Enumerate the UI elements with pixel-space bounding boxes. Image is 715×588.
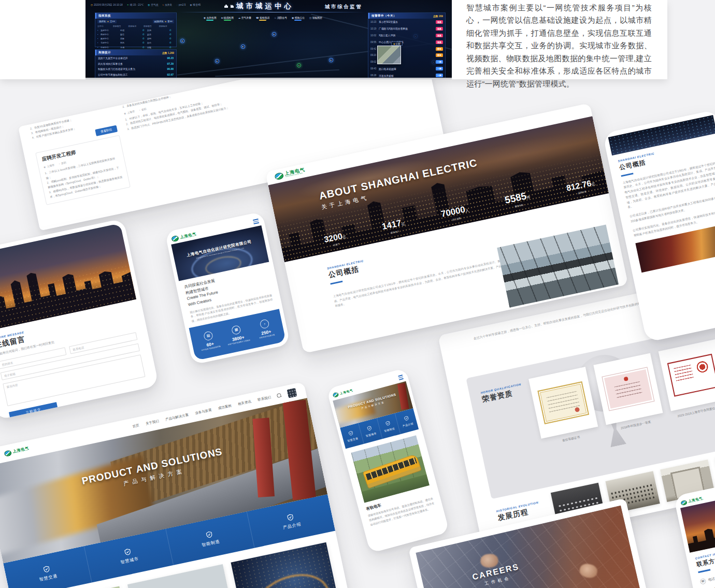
alarm-row[interactable]: 08:43 路口电表箱故障 一般	[368, 65, 445, 72]
camera-map-marker[interactable]: ▶	[241, 45, 245, 49]
legend-item[interactable]: ☎ 有线电话	[256, 16, 269, 21]
submit-button[interactable]: 立即提交	[9, 402, 58, 420]
legend-item[interactable]: ◈ 烟感检测	[221, 16, 234, 21]
opinion-row[interactable]: 党的十九届五中全会将召开 98.23	[95, 55, 176, 61]
legend-icon: ▣	[292, 17, 294, 19]
alarm-level-badge: 紧急	[436, 20, 443, 24]
alarm-time: 10:23	[370, 21, 377, 23]
nav-item[interactable]: 产品与解决方案	[165, 412, 189, 422]
role-name: 王××	[110, 20, 115, 23]
status-segment: ◌ pm2.5	[176, 3, 185, 6]
nav-item[interactable]: 业务与发展	[195, 408, 212, 416]
opinion-row[interactable]: 公司中秋节发放福利给员工 92.67	[95, 72, 176, 78]
accent-underline	[698, 569, 710, 572]
legend-item[interactable]: ▣ 视频点位	[292, 16, 305, 21]
job-card-electrical[interactable]: 2、具备良好的沟通能力和团队合作精神； ◉ 上海市 ◔ 全职 1、40岁以下，本…	[122, 81, 239, 132]
alarm-row[interactable]: 10:23 某小区502室漏水 紧急	[368, 19, 445, 25]
category-label: 产品介绍	[402, 422, 413, 427]
alarm-row[interactable]: 10:19 广场路与X路出现交通事故 紧急	[368, 25, 445, 32]
alarm-time: 10:02	[370, 34, 377, 37]
camera-map-marker[interactable]: ▶	[272, 32, 276, 36]
phone-icon[interactable]: ✆	[167, 46, 174, 49]
job-type: 全职	[141, 107, 147, 111]
walkway-photo	[497, 225, 619, 308]
camera-map-marker[interactable]: ▶	[215, 59, 219, 63]
duty-lead: 张明	[120, 29, 140, 32]
legend-icon: ◉	[204, 17, 206, 19]
nav-item[interactable]: 联系我们	[257, 395, 271, 402]
duty-lead: 吴刚	[147, 37, 167, 40]
command-table-row: ▪ 东部中心 张明 ✆ 刘伟 ✆	[97, 28, 174, 32]
certificate-card[interactable]: 资信等级证书	[528, 367, 600, 447]
apps-grid-button[interactable]	[287, 388, 297, 398]
category-label: 产品介绍	[282, 521, 302, 530]
duty-lead: 赵丹	[147, 33, 167, 36]
alarm-row[interactable]: 08:28 河道水质超标 一般	[368, 72, 445, 79]
nav-item[interactable]: 关于我们	[145, 419, 159, 426]
panel-title: 指挥系统	[98, 14, 111, 18]
phone-icon[interactable]: ✆	[167, 41, 174, 44]
status-icon: ☀	[127, 4, 129, 6]
park-map-marker[interactable]: ●	[297, 63, 301, 67]
alarm-level-badge: 一般	[436, 60, 443, 64]
legend-item[interactable]: ◉ 水质检测	[204, 16, 217, 21]
command-table-row: ▪ 北部中心 郑凯 ✆ 孙莉 ✆	[97, 41, 174, 45]
legend-label: 烟感检测	[224, 16, 234, 19]
phone-icon[interactable]: ✆	[140, 29, 147, 32]
stat-unit: 亿	[401, 222, 405, 226]
alarm-time: 09:20	[370, 54, 377, 56]
legend-icon: ◈	[221, 17, 223, 19]
command-table-row: ▪ 南部中心 周琳 ✆ 吴刚 ✆	[97, 37, 174, 41]
status-icon: ◉	[190, 4, 192, 6]
total-label: 总数	[162, 52, 167, 54]
map-photo-popup[interactable]	[377, 46, 401, 64]
category-icon	[367, 425, 373, 431]
accent-underline	[621, 173, 633, 176]
phone-icon[interactable]: ✆	[140, 41, 147, 44]
smart-city-dashboard: ◷ 2020年09月29日 16:10:18 ☀ 晴 15 - 21℃ ◍ 空气…	[85, 0, 452, 79]
phone-about-mockup: 上海电气 SHANGHAI ELECTRIC 上海电气自动化设计研究院有限公司 …	[165, 211, 290, 365]
legend-label: 水质检测	[206, 16, 216, 19]
opinion-row[interactable]: 制服街头持刀行凶者获评见义勇为 96.88	[95, 66, 176, 72]
alarm-level-badge: 紧急	[436, 34, 443, 37]
legend-item[interactable]: ♨ 消防信号	[274, 16, 287, 21]
job-type: 全职	[61, 161, 66, 165]
opinion-text: 党的十九届五中全会将召开	[98, 56, 128, 60]
search-icon[interactable]	[277, 393, 282, 398]
legend-icon: ☁	[238, 17, 241, 19]
status-icon: ◍	[148, 4, 150, 6]
nav-item[interactable]: 相关资讯	[237, 399, 251, 406]
command-roles: 指挥长 ★ 王×× 副指挥长 ★ 李××	[95, 19, 176, 24]
alarm-text: 路口电表箱故障	[379, 67, 434, 70]
phone-icon[interactable]: ✆	[167, 29, 174, 32]
star-icon: ★	[107, 20, 109, 23]
legend-item[interactable]: ◫ 智能图层	[309, 16, 322, 21]
status-segment: ◉ 噪音45	[190, 3, 201, 6]
legend-item[interactable]: ☁ 空气质量	[238, 16, 251, 21]
command-table-row: ▪ 西部中心 陈浩 ✆ 赵丹 ✆	[97, 32, 174, 36]
category-label: 智能制造	[201, 538, 221, 548]
alarm-row[interactable]: 09:55 中心公园入口人员聚集 紧急	[368, 39, 445, 46]
nav-item[interactable]: 成功案例	[218, 404, 232, 411]
phone-icon[interactable]: ✆	[167, 33, 174, 36]
phone-icon[interactable]: ✆	[167, 37, 174, 40]
camera-map-marker[interactable]: ▶	[180, 39, 184, 43]
hamburger-menu-icon[interactable]	[398, 375, 404, 380]
phone-icon[interactable]: ✆	[140, 33, 147, 36]
public-opinion-panel: 舆情统计 总数 1,200 党的十九届五中全会将召开 98.23 四大海域执行军…	[95, 49, 177, 79]
nav-item[interactable]: 首页	[132, 423, 140, 429]
category-label: 智慧城市	[365, 432, 377, 437]
hamburger-menu-icon[interactable]	[253, 219, 260, 224]
category-icon	[286, 513, 294, 521]
map-legend: ◉ 水质检测 ◈ 烟感检测	[204, 16, 322, 21]
camera-map-marker[interactable]: ▶	[329, 58, 333, 62]
certificate-card[interactable]: 2015-2019上海市守合同重信用企业	[659, 339, 715, 420]
alarm-row[interactable]: 10:02 X路口老人摔倒 紧急	[368, 32, 445, 39]
phone-product-mockup: 上海电气 PRODUCT AND SOLUTIONS 产品与解决方案 智慧交通	[326, 368, 450, 553]
phone-icon[interactable]: ✆	[140, 46, 147, 49]
alarm-level-badge: 重要	[436, 53, 443, 57]
certificate-card[interactable]: 2018年科技进步一等奖	[593, 353, 665, 434]
view-job-button[interactable]: 查看职位	[95, 125, 118, 136]
opinion-row[interactable]: 四大海域执行军事任务 97.29	[95, 61, 176, 67]
phone-icon[interactable]: ✆	[140, 37, 147, 40]
